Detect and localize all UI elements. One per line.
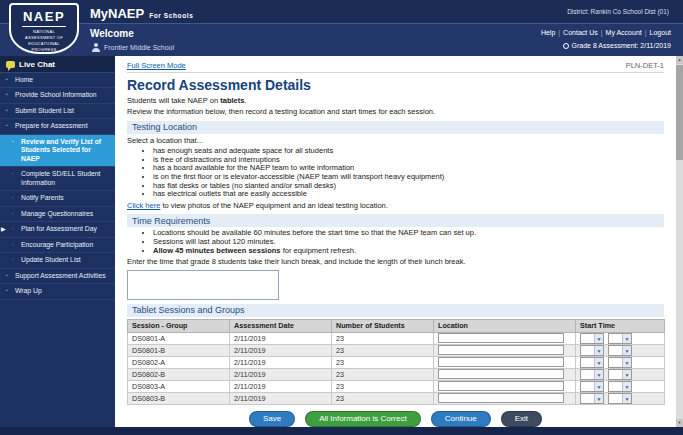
current-page-arrow-icon: ▶ bbox=[1, 226, 6, 234]
sidebar-item-label: Plan for Assessment Day bbox=[21, 225, 97, 232]
start-time-minute-select[interactable]: ▼ bbox=[608, 393, 632, 404]
student-count-cell: 23 bbox=[332, 392, 434, 404]
table-row: DS0802-A 2/11/2019 23 ▼▼ bbox=[128, 356, 665, 368]
sidebar-menu: ▪Home ▪Provide School Information ▪Submi… bbox=[0, 73, 115, 300]
location-input[interactable] bbox=[438, 369, 564, 379]
sidebar-item-complete-sd-ell-student-information[interactable]: -Complete SD/ELL Student Information bbox=[0, 167, 115, 191]
sidebar-item-submit-student-list[interactable]: ▪Submit Student List bbox=[0, 104, 115, 119]
assessment-date-cell: 2/11/2019 bbox=[230, 332, 332, 344]
tablets-emphasis: tablets bbox=[220, 96, 244, 105]
bullet-icon: ▪ bbox=[6, 91, 8, 97]
table-row: DS0802-B 2/11/2019 23 ▼▼ bbox=[128, 368, 665, 380]
sidebar-item-review-and-verify-list[interactable]: -Review and Verify List of Students Sele… bbox=[0, 135, 115, 167]
sidebar-item-label: Encourage Participation bbox=[21, 241, 93, 248]
sidebar-item-provide-school-information[interactable]: ▪Provide School Information bbox=[0, 88, 115, 103]
start-time-hour-select[interactable]: ▼ bbox=[580, 369, 604, 380]
start-time-cell: ▼▼ bbox=[576, 332, 665, 344]
start-time-hour-select[interactable]: ▼ bbox=[580, 345, 604, 356]
location-input[interactable] bbox=[438, 381, 564, 391]
sidebar-item-notify-parents[interactable]: -Notify Parents bbox=[0, 191, 115, 206]
save-button[interactable]: Save bbox=[249, 411, 295, 428]
sidebar-item-wrap-up[interactable]: ▪Wrap Up bbox=[0, 284, 115, 299]
student-count-cell: 23 bbox=[332, 332, 434, 344]
district-label: District: Rankin Co School Dist (01) bbox=[567, 8, 669, 15]
my-account-link[interactable]: My Account bbox=[606, 29, 642, 36]
column-header-session-group: Session - Group bbox=[128, 319, 230, 332]
session-group-cell: DS0801-A bbox=[128, 332, 230, 344]
scrollbar-thumb[interactable] bbox=[676, 65, 683, 160]
chat-bubble-icon bbox=[6, 61, 15, 68]
start-time-minute-select[interactable]: ▼ bbox=[608, 369, 632, 380]
help-link[interactable]: Help bbox=[541, 29, 555, 36]
page-code: PLN-DET-1 bbox=[626, 61, 664, 70]
assessment-date-icon bbox=[563, 43, 569, 49]
start-time-minute-select[interactable]: ▼ bbox=[608, 357, 632, 368]
location-input[interactable] bbox=[438, 333, 564, 343]
location-cell bbox=[434, 344, 576, 356]
student-count-cell: 23 bbox=[332, 344, 434, 356]
section-testing-location: Testing Location bbox=[127, 121, 664, 134]
scrollbar[interactable]: ▲ ▼ bbox=[676, 56, 683, 427]
sidebar-item-label: Review and Verify List of Students Selec… bbox=[21, 138, 101, 162]
sidebar-item-home[interactable]: ▪Home bbox=[0, 73, 115, 88]
location-cell bbox=[434, 368, 576, 380]
start-time-hour-select[interactable]: ▼ bbox=[580, 357, 604, 368]
location-input[interactable] bbox=[438, 393, 564, 403]
live-chat-button[interactable]: Live Chat bbox=[0, 56, 115, 73]
session-group-cell: DS0802-B bbox=[128, 368, 230, 380]
bullet-icon: - bbox=[12, 241, 14, 247]
lunch-break-prompt: Enter the time that grade 8 students tak… bbox=[127, 257, 664, 266]
start-time-cell: ▼▼ bbox=[576, 356, 665, 368]
start-time-minute-select[interactable]: ▼ bbox=[608, 381, 632, 392]
sidebar-item-label: Wrap Up bbox=[15, 287, 42, 294]
start-time-hour-select[interactable]: ▼ bbox=[580, 393, 604, 404]
click-here-link[interactable]: Click here bbox=[127, 201, 160, 210]
location-input[interactable] bbox=[438, 357, 564, 367]
start-time-cell: ▼▼ bbox=[576, 380, 665, 392]
bullet-icon: ▪ bbox=[6, 122, 8, 128]
assessment-date-cell: 2/11/2019 bbox=[230, 392, 332, 404]
sidebar-item-encourage-participation[interactable]: -Encourage Participation bbox=[0, 238, 115, 253]
exit-button[interactable]: Exit bbox=[501, 411, 542, 428]
bullet-icon: - bbox=[12, 138, 14, 144]
lunch-break-input[interactable] bbox=[127, 270, 279, 300]
sidebar-item-update-student-list[interactable]: -Update Student List bbox=[0, 253, 115, 268]
table-row: DS0803-B 2/11/2019 23 ▼▼ bbox=[128, 392, 665, 404]
sidebar-item-prepare-for-assessment[interactable]: ▪Prepare for Assessment bbox=[0, 119, 115, 134]
sidebar-item-support-assessment-activities[interactable]: ▪Support Assessment Activities bbox=[0, 269, 115, 284]
chevron-down-icon: ▼ bbox=[594, 394, 603, 403]
contact-us-link[interactable]: Contact Us bbox=[563, 29, 598, 36]
scroll-down-arrow-icon[interactable]: ▼ bbox=[676, 419, 683, 427]
start-time-minute-select[interactable]: ▼ bbox=[608, 345, 632, 356]
intro-line-2: Review the information below, then recor… bbox=[127, 107, 664, 116]
bullet-icon: ▪ bbox=[6, 76, 8, 82]
testing-location-bullets: has enough seats and adequate space for … bbox=[153, 147, 664, 199]
column-header-assessment-date: Assessment Date bbox=[230, 319, 332, 332]
sidebar-item-label: Provide School Information bbox=[15, 91, 97, 98]
session-group-cell: DS0803-B bbox=[128, 392, 230, 404]
screen: MyNAEPFor Schools District: Rankin Co Sc… bbox=[0, 0, 683, 435]
full-screen-mode-link[interactable]: Full Screen Mode bbox=[127, 61, 186, 70]
sidebar-item-label: Complete SD/ELL Student Information bbox=[21, 170, 100, 185]
chevron-down-icon: ▼ bbox=[594, 334, 603, 343]
logout-link[interactable]: Logout bbox=[650, 29, 671, 36]
sidebar-item-manage-questionnaires[interactable]: -Manage Questionnaires bbox=[0, 207, 115, 222]
scroll-up-arrow-icon[interactable]: ▲ bbox=[676, 56, 683, 64]
location-input[interactable] bbox=[438, 345, 564, 355]
sidebar-item-label: Prepare for Assessment bbox=[15, 122, 88, 129]
chevron-down-icon: ▼ bbox=[594, 358, 603, 367]
start-time-hour-select[interactable]: ▼ bbox=[580, 381, 604, 392]
column-header-start-time: Start Time bbox=[576, 319, 665, 332]
table-row: DS0801-A 2/11/2019 23 ▼▼ bbox=[128, 332, 665, 344]
all-information-correct-button[interactable]: All Information is Correct bbox=[305, 411, 421, 428]
location-cell bbox=[434, 332, 576, 344]
start-time-hour-select[interactable]: ▼ bbox=[580, 333, 604, 344]
content-topbar: Full Screen Mode PLN-DET-1 bbox=[127, 61, 664, 73]
start-time-minute-select[interactable]: ▼ bbox=[608, 333, 632, 344]
assessment-info-label: Grade 8 Assessment: 2/11/2019 bbox=[572, 42, 672, 49]
naep-logo-acronym: NAEP bbox=[11, 9, 77, 24]
continue-button[interactable]: Continue bbox=[431, 411, 491, 428]
section-time-requirements: Time Requirements bbox=[127, 214, 664, 227]
app-subtitle: For Schools bbox=[149, 12, 193, 19]
sidebar-item-plan-for-assessment-day[interactable]: ▶-Plan for Assessment Day bbox=[0, 222, 115, 237]
